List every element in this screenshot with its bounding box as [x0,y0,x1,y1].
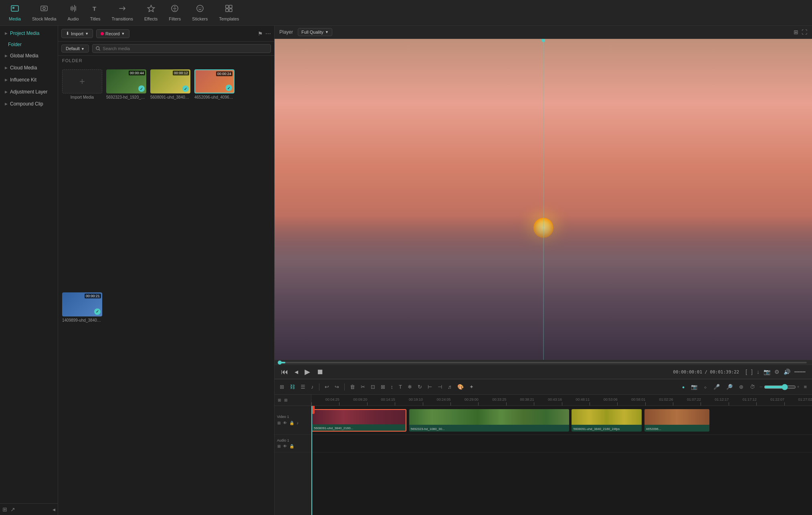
nav-item-effects[interactable]: Effects [139,2,163,24]
in-point-icon[interactable]: [ [745,369,747,375]
volume-icon[interactable]: 🔊 [784,369,790,375]
clip3-duration: 00:00:24 [216,71,232,76]
timeline-marker-icon[interactable]: ⬦ [702,383,709,391]
main-layout: ▶ Project Media Folder ▶ Global Media ▶ … [0,26,812,515]
nav-item-stickers[interactable]: Stickers [186,2,213,24]
timeline-link-icon[interactable]: ⛓ [288,383,297,391]
video1-clip3[interactable]: 5608091-uhd_3840_2160_24fps [572,409,642,432]
stop-button[interactable]: ⏹ [317,368,324,376]
insert-icon[interactable]: ↓ [757,369,759,375]
media-item-import[interactable]: + Import Media [62,69,102,288]
settings-icon[interactable]: ⚙ [774,369,780,375]
video1-volume-icon[interactable]: ♪ [296,420,299,426]
sidebar-item-global-media[interactable]: ▶ Global Media [0,50,58,62]
sidebar-item-cloud-media[interactable]: ▶ Cloud Media [0,62,58,74]
clip3-label: 4652096-uhd_4096_21... [194,95,234,99]
media-item-clip2[interactable]: 00:00:12 ✓ 5608091-uhd_3840_21... [150,69,190,288]
video1-add-icon[interactable]: ⊞ [277,420,281,426]
timeline-group-icon[interactable]: ☰ [299,383,307,391]
arrow-icon-4: ▶ [5,78,8,82]
clip2-timeline-label: 5692323-hd_1080_30... [411,427,445,431]
media-item-clip3[interactable]: 00:00:24 ✓ 4652096-uhd_4096_21... [194,69,234,288]
nav-item-media[interactable]: Media [3,2,26,24]
nav-item-filters[interactable]: Filters [163,2,186,24]
video1-lock-icon[interactable]: 🔒 [289,420,295,426]
quality-select[interactable]: Full Quality ▼ [298,28,332,36]
volume-slider[interactable]: ━━━━ [794,369,806,375]
sidebar-collapse-icon[interactable]: ◂ [53,506,55,513]
grid-view-icon[interactable]: ⊞ [794,29,798,35]
timeline-add-track-icon[interactable]: ⊞ [278,383,286,391]
timeline-freeze-icon[interactable]: ❄ [406,383,414,391]
audio1-eye-icon[interactable]: 👁 [283,444,287,449]
clip1-label: 5692323-hd_1920_108... [106,95,146,99]
filter-icon[interactable]: ⚑ [258,30,263,37]
fullscreen-icon[interactable]: ⛶ [802,29,807,35]
timeline-ai-icon[interactable]: ✦ [467,383,476,391]
sidebar-item-adjustment-layer[interactable]: ▶ Adjustment Layer [0,86,58,98]
track-add-audio-icon[interactable]: ⊞ [283,397,288,403]
audio1-add-icon[interactable]: ⊞ [277,444,281,449]
snapshot-icon[interactable]: 📷 [764,369,770,375]
media-item-clip1[interactable]: 00:00:44 ✓ 5692323-hd_1920_108... [106,69,146,288]
default-view-button[interactable]: Default ▼ [61,45,89,53]
import-button[interactable]: ⬇ Import ▼ [61,29,93,38]
timeline-rotate-icon[interactable]: ↻ [416,383,424,391]
video1-clip1[interactable]: 5608091-uhd_3840_2160... [311,409,406,432]
timeline-settings-icon[interactable]: ≡ [802,383,809,391]
track-add-video-icon[interactable]: ⊞ [277,397,282,403]
audio1-lock-icon[interactable]: 🔒 [289,444,295,449]
timeline-transform-icon[interactable]: ⊡ [369,383,377,391]
templates-icon [224,4,233,15]
nav-item-stock-media[interactable]: Stock Media [26,2,62,24]
nav-item-transitions[interactable]: Transitions [106,2,139,24]
timeline-color-icon[interactable]: 🎨 [455,383,466,391]
timeline-clock-icon[interactable]: ⏱ [748,383,757,391]
sidebar-item-project-media[interactable]: ▶ Project Media [0,27,58,39]
nav-item-templates[interactable]: Templates [213,2,244,24]
more-options-icon[interactable]: ⋯ [265,30,271,37]
video1-clip2[interactable]: 5692323-hd_1080_30... [409,409,570,432]
timeline-undo-icon[interactable]: ↩ [323,383,331,391]
record-button[interactable]: Record ▼ [96,29,129,38]
timeline-ai2-icon[interactable]: ⊛ [737,383,745,391]
preview-scrubber[interactable] [275,360,812,365]
timeline-redo-icon[interactable]: ↪ [333,383,341,391]
play-button[interactable]: ▶ [305,367,310,376]
media-grid: + Import Media 00:00:44 ✓ 5692323-hd_192… [58,65,274,515]
timeline-mic-icon[interactable]: 🎤 [711,383,722,391]
video1-clip4[interactable]: 4652096... [644,409,709,432]
player-label: Player [279,29,293,35]
sidebar-item-influence-kit[interactable]: ▶ Influence Kit [0,74,58,86]
timeline-delete-icon[interactable]: 🗑 [348,383,357,391]
zoom-slider[interactable] [764,384,796,390]
search-input[interactable] [103,46,267,51]
frame-back-button[interactable]: ◂ [295,367,298,376]
sidebar-new-folder-icon[interactable]: ⊞ [2,506,7,513]
timeline-camera-icon[interactable]: 📷 [689,383,699,391]
timeline-speed-icon[interactable]: ↕ [389,383,396,391]
scrubber-thumb[interactable] [278,361,282,365]
timeline-audio-icon[interactable]: ♪ [309,383,316,391]
timeline-split-icon[interactable]: ⊣ [436,383,444,391]
timeline-zoom-icon[interactable]: 🔎 [724,383,735,391]
nav-item-audio[interactable]: Audio [62,2,85,24]
sidebar-export-icon[interactable]: ↗ [10,506,15,513]
media-item-clip4[interactable]: 00:00:21 ✓ 1409899-uhd_3840_21... [62,292,102,511]
stock-media-icon [40,4,48,15]
time-display: 00:00:00:01 / 00:01:39:22 [673,369,739,375]
nav-item-titles[interactable]: T Titles [85,2,106,24]
clip4-thumb: 00:00:21 ✓ [62,292,102,316]
sidebar-item-compound-clip[interactable]: ▶ Compound Clip [0,98,58,110]
timeline-audio2-icon[interactable]: ♬ [446,383,454,391]
timeline-crop-icon[interactable]: ⊠ [379,383,387,391]
sidebar-folder[interactable]: Folder [0,39,58,50]
timeline-text-icon[interactable]: T [397,383,404,391]
timeline-trim-icon[interactable]: ⊢ [426,383,434,391]
timeline-snap-icon[interactable]: ● [680,383,687,391]
clip4-timeline-label: 4652096... [646,427,661,431]
timeline-cut-icon[interactable]: ✂ [359,383,367,391]
go-to-start-button[interactable]: ⏮ [281,368,288,376]
out-point-icon[interactable]: ] [751,369,753,375]
video1-eye-icon[interactable]: 👁 [283,420,287,426]
